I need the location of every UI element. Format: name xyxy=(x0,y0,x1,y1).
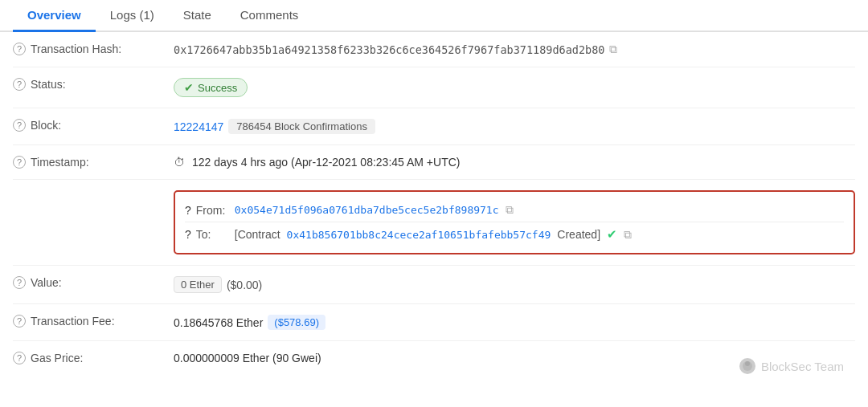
copy-hash-button[interactable]: ⧉ xyxy=(609,43,617,56)
transaction-hash-row: ? Transaction Hash: 0x1726647abb35b1a649… xyxy=(13,32,855,67)
transaction-fee-value: 0.18645768 Ether ($578.69) xyxy=(174,315,855,330)
contract-prefix: [Contract xyxy=(235,228,280,241)
tab-logs[interactable]: Logs (1) xyxy=(96,0,169,32)
status-row: ? Status: ✔ Success xyxy=(13,67,855,108)
to-label-text: To: xyxy=(196,228,228,241)
confirmations-badge: 786454 Block Confirmations xyxy=(228,119,375,134)
to-inner-row: ? To: [Contract 0x41b856701bb8c24cece2af… xyxy=(185,222,844,246)
tab-bar: Overview Logs (1) State Comments xyxy=(0,0,868,32)
check-icon: ✔ xyxy=(184,81,194,94)
question-icon: ? xyxy=(185,204,191,217)
usd-text: ($0.00) xyxy=(227,279,262,291)
question-icon: ? xyxy=(13,276,26,289)
timestamp-label: ? Timestamp: xyxy=(13,156,174,169)
block-value: 12224147 786454 Block Confirmations xyxy=(174,119,855,134)
verified-icon: ✔ xyxy=(607,227,617,242)
transaction-fee-label: ? Transaction Fee: xyxy=(13,315,174,328)
gas-price-label: ? Gas Price: xyxy=(13,352,174,364)
transaction-hash-value: 0x1726647abb35b1a64921358f6233b326c6ce36… xyxy=(174,43,855,56)
copy-from-button[interactable]: ⧉ xyxy=(506,203,514,217)
question-icon: ? xyxy=(13,119,26,132)
from-label-text: From: xyxy=(196,204,228,217)
block-row: ? Block: 12224147 786454 Block Confirmat… xyxy=(13,108,855,145)
fee-usd-badge: ($578.69) xyxy=(268,315,326,330)
copy-to-button[interactable]: ⧉ xyxy=(624,228,632,242)
fee-ether-text: 0.18645768 Ether xyxy=(174,316,263,329)
timestamp-row: ? Timestamp: ⏱ 122 days 4 hrs ago (Apr-1… xyxy=(13,145,855,180)
ether-badge: 0 Ether xyxy=(174,276,222,293)
gas-price-value: 0.000000009 Ether (90 Gwei) xyxy=(174,352,855,364)
value-value: 0 Ether ($0.00) xyxy=(174,276,855,293)
status-value: ✔ Success xyxy=(174,78,855,97)
value-label: ? Value: xyxy=(13,276,174,289)
question-icon: ? xyxy=(13,315,26,328)
transaction-hash-label: ? Transaction Hash: xyxy=(13,43,174,55)
question-icon: ? xyxy=(13,156,26,169)
timestamp-value: ⏱ 122 days 4 hrs ago (Apr-12-2021 08:23:… xyxy=(174,156,855,169)
from-to-box: ? From: 0x054e71d5f096a0761dba7dbe5cec5e… xyxy=(174,190,855,254)
from-address-link[interactable]: 0x054e71d5f096a0761dba7dbe5cec5e2bf89897… xyxy=(235,204,499,216)
tab-state[interactable]: State xyxy=(169,0,226,32)
status-badge: ✔ Success xyxy=(174,78,248,97)
transaction-fee-row: ? Transaction Fee: 0.18645768 Ether ($57… xyxy=(13,304,855,341)
question-icon: ? xyxy=(13,43,26,55)
question-icon: ? xyxy=(185,228,191,241)
contract-suffix: Created] xyxy=(557,228,600,241)
overview-content: ? Transaction Hash: 0x1726647abb35b1a649… xyxy=(0,32,868,375)
tab-overview[interactable]: Overview xyxy=(13,0,96,32)
question-icon: ? xyxy=(13,78,26,91)
block-number-link[interactable]: 12224147 xyxy=(174,120,223,133)
clock-icon: ⏱ xyxy=(174,156,185,169)
question-icon: ? xyxy=(13,352,26,364)
status-label: ? Status: xyxy=(13,78,174,91)
block-label: ? Block: xyxy=(13,119,174,132)
tab-comments[interactable]: Comments xyxy=(226,0,313,32)
value-row: ? Value: 0 Ether ($0.00) xyxy=(13,266,855,304)
from-inner-row: ? From: 0x054e71d5f096a0761dba7dbe5cec5e… xyxy=(185,198,844,222)
from-to-row: ? From: 0x054e71d5f096a0761dba7dbe5cec5e… xyxy=(13,180,855,266)
to-address-link[interactable]: 0x41b856701bb8c24cece2af10651bfafebb57cf… xyxy=(287,229,551,241)
gas-price-row: ? Gas Price: 0.000000009 Ether (90 Gwei) xyxy=(13,341,855,375)
from-to-label xyxy=(13,190,174,254)
from-to-box-wrapper: ? From: 0x054e71d5f096a0761dba7dbe5cec5e… xyxy=(174,190,855,254)
